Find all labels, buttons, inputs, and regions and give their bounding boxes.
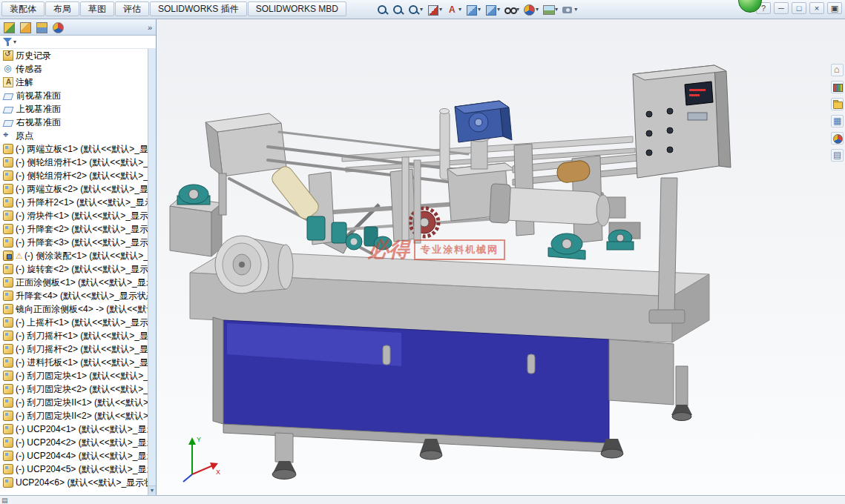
minimize-button[interactable]: ─ — [774, 2, 789, 14]
tree-item-label: (-) UCP204<4> (默认<<默认>_显示状态 1>) — [16, 450, 148, 462]
featuremanager-tab-icon[interactable] — [2, 21, 16, 34]
tree-item[interactable]: (-) 侧轮组滑杆<2> (默认<<默认>_显示状态 1>) — [0, 169, 148, 182]
part-icon — [3, 317, 13, 328]
tree-item[interactable]: 历史记录 — [0, 49, 148, 62]
history-icon — [3, 50, 13, 61]
graphics-viewport[interactable]: 必得 专业涂料机械网 X Y — [157, 19, 845, 495]
appearances-scenes-icon[interactable] — [831, 132, 844, 145]
tree-item-label: (-) 刮刀固定块<1> (默认<<默认>_显示状态 1>) — [16, 370, 148, 382]
tree-item-label: 右视基准面 — [16, 116, 61, 129]
tree-item[interactable]: 传感器 — [0, 62, 148, 76]
tree-item[interactable]: (-) UCP204<5> (默认<<默认>_显示状态 1>) — [0, 462, 148, 476]
design-library-icon[interactable] — [831, 81, 844, 93]
display-style-button[interactable]: ▾ — [483, 1, 502, 17]
menu-tab-3[interactable]: 草图 — [80, 1, 114, 16]
dynamic-annotation-views-button[interactable]: ▾ — [444, 1, 463, 17]
hide-show-items-button[interactable]: ▾ — [502, 1, 521, 17]
tree-item[interactable]: (-) 侧轮组滑杆<1> (默认<<默认>_显示状态 1>) — [0, 156, 148, 169]
tree-item[interactable]: (-) 两端立板<2> (默认<<默认>_显示状态 1>) — [0, 182, 148, 196]
apply-scene-button[interactable]: ▾ — [541, 1, 559, 17]
dropdown-arrow-icon[interactable]: ▾ — [497, 6, 500, 13]
dropdown-arrow-icon[interactable]: ▾ — [555, 6, 558, 13]
model-left-drum[interactable] — [215, 236, 293, 294]
menu-tab-1[interactable]: 装配体 — [1, 1, 45, 16]
part-icon — [3, 224, 13, 234]
tree-item[interactable]: (-) 刮刀固定块<2> (默认<<默认>_显示状态 1>) — [0, 382, 148, 396]
tree-item[interactable]: (-) 刮刀摇杆<2> (默认<<默认>_显示状态 1>) — [0, 342, 148, 356]
scroll-down-button[interactable]: ▼ — [148, 485, 156, 494]
dropdown-arrow-icon[interactable]: ▾ — [420, 6, 423, 13]
tree-item[interactable]: 原点 — [0, 129, 148, 142]
previous-view-button[interactable]: ▾ — [406, 1, 424, 17]
dropdown-arrow-icon[interactable]: ▾ — [439, 6, 442, 13]
tree-item[interactable]: (-) 上摇杆<1> (默认<<默认>_显示状态 1>) — [0, 316, 148, 329]
triad-y-label: Y — [197, 436, 201, 443]
displaymanager-tab-icon[interactable] — [51, 21, 65, 34]
dropdown-arrow-icon[interactable]: ▾ — [478, 6, 481, 13]
view-settings-icon — [562, 4, 573, 16]
assembly-3d-model[interactable] — [157, 19, 845, 495]
tree-item[interactable]: 镜向正面涂侧板<4> -> (默认<<默认>_显示状态 1>) — [0, 302, 148, 316]
tree-item[interactable]: (-) 升降杆2<1> (默认<<默认>_显示状态 1>) — [0, 196, 148, 209]
view-palette-icon[interactable] — [831, 115, 844, 127]
tree-item-label: UCP204<6> (默认<<默认>_显示状态 1>) — [16, 477, 148, 489]
dropdown-arrow-icon[interactable]: ▾ — [458, 6, 461, 13]
tree-item[interactable]: (-) UCP204<2> (默认<<默认>_显示状态 1>) — [0, 436, 148, 449]
file-explorer-icon[interactable] — [831, 98, 844, 110]
tree-item[interactable]: ⚠(-) 侧涂装配<1> (默认<<默认>_显示状态 1>) — [0, 249, 148, 262]
tree-item[interactable]: 升降套<4> (默认<<默认>_显示状态 1>) — [0, 289, 148, 302]
tree-item[interactable]: UCP204<6> (默认<<默认>_显示状态 1>) — [0, 476, 148, 489]
model-base-cabinet[interactable] — [213, 317, 692, 480]
restore-button[interactable]: □ — [792, 2, 806, 14]
tree-item[interactable]: (-) UCP204<4> (默认<<默认>_显示状态 1>) — [0, 449, 148, 462]
tree-item[interactable]: (-) 两端立板<1> (默认<<默认>_显示状态 1>) — [0, 142, 148, 156]
model-right-cylinder[interactable] — [490, 184, 634, 259]
tree-item[interactable]: (-) 升降套<2> (默认<<默认>_显示状态 1>) — [0, 222, 148, 236]
configurationmanager-tab-icon[interactable] — [35, 21, 48, 34]
close-button[interactable]: × — [809, 2, 824, 14]
propertymanager-tab-icon[interactable] — [19, 21, 32, 34]
tree-item[interactable]: (-) 进料托板<1> (默认<<默认>_显示状态 1>) — [0, 356, 148, 369]
filter-funnel-icon[interactable] — [3, 37, 13, 47]
dropdown-arrow-icon[interactable]: ▾ — [536, 6, 539, 13]
tree-item[interactable]: 上视基准面 — [0, 102, 148, 116]
view-orientation-button[interactable]: ▾ — [464, 1, 482, 17]
menu-tab-6[interactable]: SOLIDWORKS MBD — [248, 1, 346, 16]
menu-tab-2[interactable]: 布局 — [45, 1, 79, 16]
model-left-pedestal[interactable] — [170, 185, 222, 256]
part-icon — [3, 477, 13, 488]
zoom-fit-button[interactable] — [375, 1, 389, 17]
section-view-button[interactable]: ▾ — [425, 1, 444, 17]
tree-item[interactable]: (-) 旋转套<2> (默认<<默认>_显示状态 1>) — [0, 262, 148, 276]
tree-item[interactable]: (-) 刮刀固定块II<1> (默认<<默认>_显示状态 1>) — [0, 396, 148, 409]
custom-properties-icon[interactable] — [831, 149, 844, 162]
tree-item[interactable]: (-) 刮刀摇杆<1> (默认<<默认>_显示状态 1>) — [0, 329, 148, 342]
part-icon — [3, 184, 13, 194]
filter-dropdown-icon[interactable]: ▾ — [13, 39, 16, 45]
tree-item[interactable]: (-) 刮刀固定块<1> (默认<<默认>_显示状态 1>) — [0, 369, 148, 382]
tree-item[interactable]: (-) 刮刀固定块II<2> (默认<<默认>_显示状态 1>) — [0, 409, 148, 422]
zoom-area-button[interactable] — [390, 1, 405, 17]
tree-item-label: 原点 — [16, 130, 33, 142]
dropdown-arrow-icon[interactable]: ▾ — [574, 6, 577, 13]
sensors-icon — [3, 64, 13, 74]
edit-appearance-button[interactable]: ▾ — [522, 1, 540, 17]
tree-item[interactable]: (-) 升降套<3> (默认<<默认>_显示状态 1>) — [0, 236, 148, 249]
tree-item[interactable]: (-) 滑块件<1> (默认<<默认>_显示状态 1>) — [0, 209, 148, 222]
tree-item-label: (-) 刮刀摇杆<1> (默认<<默认>_显示状态 1>) — [16, 330, 148, 342]
view-settings-button[interactable]: ▾ — [560, 1, 579, 17]
tree-item[interactable]: 前视基准面 — [0, 89, 148, 102]
menu-tab-5[interactable]: SOLIDWORKS 插件 — [150, 1, 247, 16]
tree-item[interactable]: (-) UCP204<1> (默认<<默认>_显示状态 1>) — [0, 422, 148, 436]
feature-tree: 历史记录传感器注解前视基准面上视基准面右视基准面原点(-) 两端立板<1> (默… — [0, 49, 148, 495]
tree-item-label: (-) UCP204<1> (默认<<默认>_显示状态 1>) — [16, 423, 148, 436]
tree-item[interactable]: 注解 — [0, 76, 148, 89]
tree-scrollbar[interactable]: ▼ — [148, 49, 156, 495]
menu-tab-4[interactable]: 评估 — [115, 1, 149, 16]
document-window-button[interactable]: ▣ — [827, 2, 842, 14]
tree-item[interactable]: 右视基准面 — [0, 116, 148, 129]
tree-filter-row[interactable]: ▾ — [0, 36, 156, 49]
tree-item[interactable]: 正面涂侧板<1> (默认<<默认>_显示状态 1>) — [0, 276, 148, 289]
panel-overflow-chevron-icon[interactable]: » — [148, 23, 154, 32]
solidworks-resources-icon[interactable] — [831, 64, 844, 76]
